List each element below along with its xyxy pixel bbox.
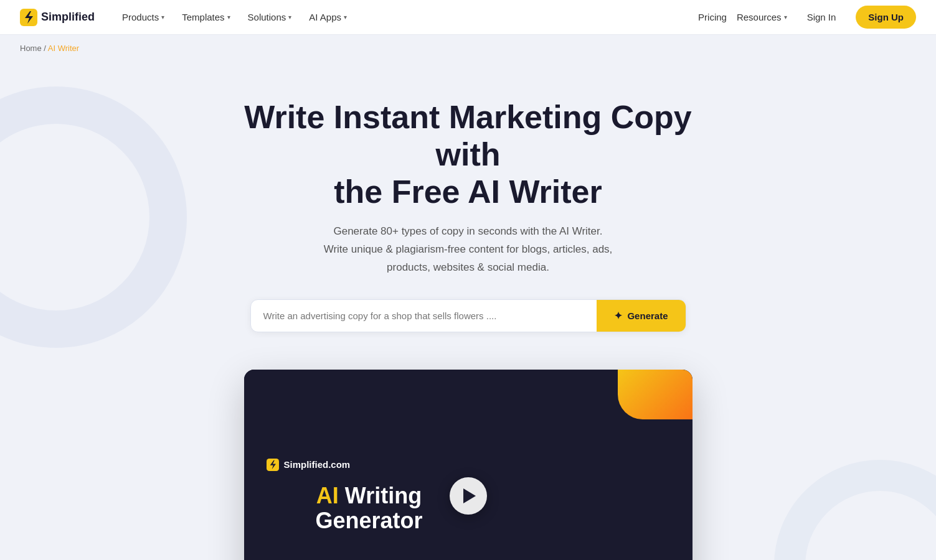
nav-links: Products ▾ Templates ▾ Solutions ▾ AI Ap… (115, 7, 698, 27)
hero-title: Write Instant Marketing Copy with the Fr… (219, 99, 717, 210)
nav-pricing[interactable]: Pricing (698, 12, 727, 22)
video-container: Simplified.com AI WritingGenerator The I… (244, 370, 693, 560)
hero-section: Write Instant Marketing Copy with the Fr… (0, 62, 936, 560)
video-heading: AI WritingGenerator (267, 483, 472, 533)
solutions-chevron-icon: ▾ (288, 14, 291, 21)
logo[interactable]: Simplified (20, 9, 95, 26)
nav-products[interactable]: Products ▾ (115, 7, 172, 27)
logo-text: Simplified (41, 11, 95, 24)
nav-templates[interactable]: Templates ▾ (174, 7, 237, 27)
breadcrumb-home[interactable]: Home (20, 44, 42, 53)
video-left-panel: Simplified.com AI WritingGenerator (244, 370, 491, 560)
video-accent-decoration (618, 370, 693, 419)
breadcrumb-current: AI Writer (48, 44, 79, 53)
ai-apps-chevron-icon: ▾ (344, 14, 347, 21)
search-input[interactable] (251, 301, 597, 331)
signup-button[interactable]: Sign Up (856, 6, 916, 29)
breadcrumb: Home / AI Writer (0, 35, 936, 62)
video-logo-icon (267, 459, 279, 471)
play-button-wrapper[interactable] (450, 477, 487, 515)
templates-chevron-icon: ▾ (227, 14, 230, 21)
hero-subtitle: Generate 80+ types of copy in seconds wi… (281, 223, 655, 277)
nav-resources[interactable]: Resources ▾ (737, 12, 787, 22)
products-chevron-icon: ▾ (161, 14, 164, 21)
breadcrumb-separator: / (44, 44, 46, 53)
video-section: Simplified.com AI WritingGenerator The I… (244, 370, 693, 560)
nav-ai-apps[interactable]: AI Apps ▾ (301, 7, 354, 27)
resources-chevron-icon: ▾ (784, 14, 787, 21)
search-bar: ✦ Generate (250, 299, 686, 332)
play-triangle-icon (463, 488, 476, 503)
nav-right: Pricing Resources ▾ Sign In Sign Up (698, 6, 916, 29)
play-button[interactable] (450, 477, 487, 515)
logo-icon (20, 9, 37, 26)
signin-button[interactable]: Sign In (797, 7, 846, 27)
generate-icon: ✦ (614, 310, 622, 322)
video-logo-text: Simplified.com (284, 459, 351, 470)
video-logo-row: Simplified.com (267, 459, 472, 471)
generate-button[interactable]: ✦ Generate (597, 300, 685, 332)
nav-solutions[interactable]: Solutions ▾ (240, 7, 300, 27)
navbar: Simplified Products ▾ Templates ▾ Soluti… (0, 0, 936, 35)
